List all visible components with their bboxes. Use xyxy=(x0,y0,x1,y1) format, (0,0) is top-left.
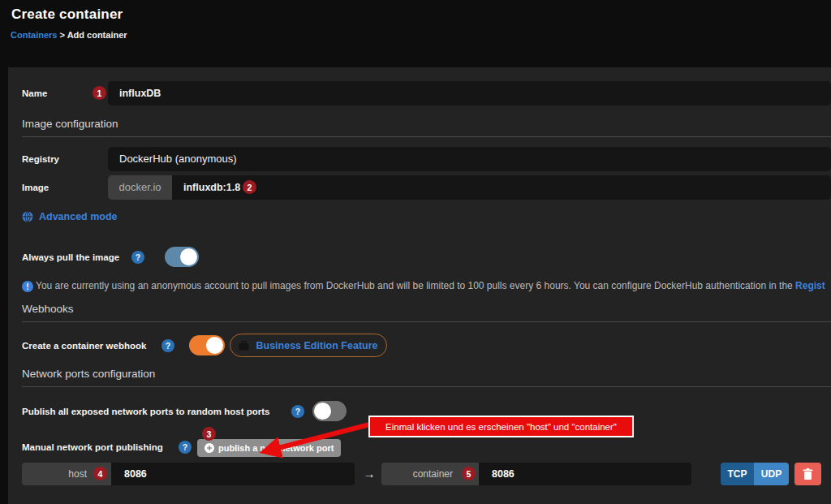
annotation-badge-3: 3 xyxy=(202,427,216,441)
name-input[interactable]: influxDB xyxy=(108,81,831,106)
briefcase-icon xyxy=(239,341,249,351)
page-title: Create container xyxy=(11,6,123,23)
toggle-knob xyxy=(180,248,197,265)
globe-icon xyxy=(22,211,33,222)
create-container-page: Create container Containers > Add contai… xyxy=(0,0,831,504)
name-label: Name xyxy=(22,88,47,98)
business-edition-feature-badge: Business Edition Feature xyxy=(230,334,387,357)
advanced-mode-label: Advanced mode xyxy=(39,211,118,222)
toggle-knob xyxy=(206,337,223,354)
annotation-badge-4: 4 xyxy=(93,467,107,480)
registry-label: Registry xyxy=(22,154,59,164)
section-webhooks: Webhooks xyxy=(22,303,831,322)
breadcrumb-current: Add container xyxy=(67,30,127,40)
section-network-ports: Network ports configuration xyxy=(22,368,831,387)
anonymous-pull-notice: You are currently using an anonymous acc… xyxy=(36,280,831,291)
publish-all-help-icon[interactable]: ? xyxy=(291,405,304,418)
breadcrumb-containers-link[interactable]: Containers xyxy=(11,30,57,40)
annotation-badge-1: 1 xyxy=(93,86,106,100)
publish-all-label: Publish all exposed network ports to ran… xyxy=(22,407,269,416)
breadcrumb-separator: > xyxy=(60,30,65,40)
annotation-arrow xyxy=(239,417,381,464)
image-input[interactable]: influxdb:1.8 xyxy=(172,175,831,200)
create-webhook-help-icon[interactable]: ? xyxy=(161,339,174,352)
create-webhook-label: Create a container webhook xyxy=(22,341,146,351)
always-pull-help-icon[interactable]: ? xyxy=(131,251,144,264)
container-port-input[interactable]: 8086 xyxy=(479,463,691,485)
trash-icon xyxy=(803,468,813,480)
port-mapping-arrow-icon: → xyxy=(360,463,378,485)
section-image-configuration: Image configuration xyxy=(22,118,831,137)
notice-text: You are currently using an anonymous acc… xyxy=(36,280,795,291)
always-pull-label: Always pull the image xyxy=(22,252,119,262)
breadcrumb: Containers > Add container xyxy=(11,30,127,40)
create-webhook-toggle[interactable] xyxy=(189,335,225,355)
tcp-button[interactable]: TCP xyxy=(721,463,754,485)
image-label: Image xyxy=(22,183,49,192)
image-registry-prefix: docker.io xyxy=(108,175,172,200)
delete-port-button[interactable] xyxy=(794,463,821,485)
advanced-mode-link[interactable]: Advanced mode xyxy=(22,211,118,222)
udp-button[interactable]: UDP xyxy=(754,463,789,485)
manual-port-help-icon[interactable]: ? xyxy=(179,441,192,454)
manual-port-label: Manual network port publishing xyxy=(22,442,163,452)
image-input-group: docker.io influxdb:1.8 xyxy=(108,175,831,200)
always-pull-toggle[interactable] xyxy=(165,247,199,267)
plus-circle-icon xyxy=(205,443,214,453)
registry-select[interactable]: DockerHub (anonymous) xyxy=(108,147,831,171)
annotation-badge-2: 2 xyxy=(243,180,256,194)
annotation-badge-5: 5 xyxy=(462,467,476,480)
be-feature-label: Business Edition Feature xyxy=(256,340,377,351)
host-port-input[interactable]: 8086 xyxy=(111,463,355,485)
annotation-callout: Einmal klicken und es erscheinen "host" … xyxy=(368,416,634,437)
info-icon: ! xyxy=(22,281,33,292)
registries-link[interactable]: Regist xyxy=(795,280,825,291)
